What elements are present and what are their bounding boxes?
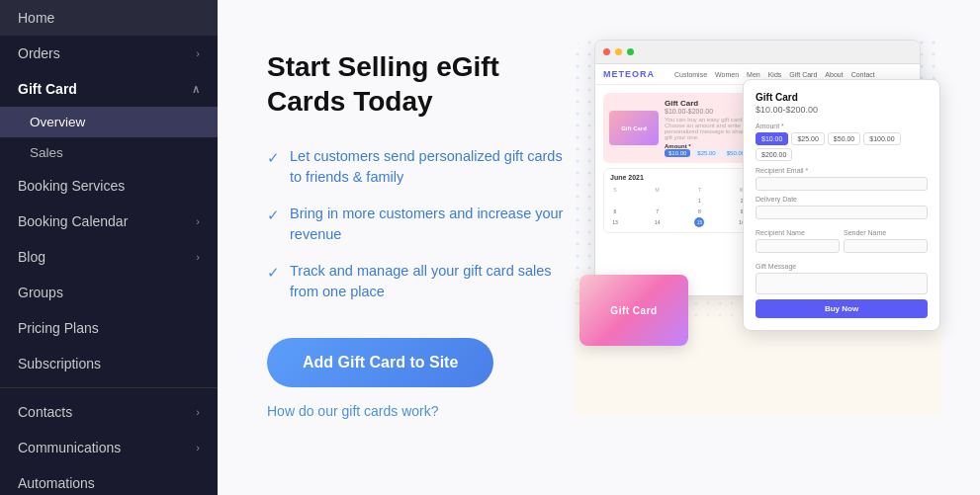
chevron-right-icon: ›: [196, 47, 200, 59]
form-panel-price: $10.00-$200.00: [756, 105, 928, 115]
gift-message-label: Gift Message: [756, 263, 928, 270]
add-gift-card-button[interactable]: Add Gift Card to Site: [267, 338, 493, 387]
sidebar-item-automations[interactable]: Automations: [0, 465, 218, 495]
sidebar-item-subscriptions[interactable]: Subscriptions: [0, 346, 218, 381]
sidebar-item-label: Contacts: [18, 404, 72, 420]
recipient-name-input: [756, 239, 840, 253]
gift-card-floating: Gift Card: [579, 275, 688, 346]
feature-list: ✓ Let customers send personalized gift c…: [267, 146, 565, 302]
content-left: Start Selling eGift Cards Today ✓ Let cu…: [267, 40, 565, 419]
sidebar-item-communications[interactable]: Communications ›: [0, 430, 218, 465]
sidebar-item-label: Blog: [18, 249, 45, 265]
main-content: Start Selling eGift Cards Today ✓ Let cu…: [218, 0, 980, 495]
feature-text-3: Track and manage all your gift card sale…: [290, 261, 565, 302]
sidebar: Home Orders › Gift Card ∧ Overview Sales…: [0, 0, 218, 495]
mock-form-panel: Gift Card $10.00-$200.00 Amount * $10.00…: [743, 79, 940, 331]
check-icon: ✓: [267, 205, 280, 226]
check-icon: ✓: [267, 262, 280, 284]
sidebar-item-pricing-plans[interactable]: Pricing Plans: [0, 310, 218, 346]
browser-dot-red: [603, 48, 610, 55]
sidebar-item-label: Orders: [18, 45, 60, 61]
sidebar-item-label: Sales: [30, 145, 63, 160]
sidebar-item-groups[interactable]: Groups: [0, 275, 218, 310]
gift-message-input: [756, 273, 928, 294]
form-panel-title: Gift Card: [756, 92, 928, 103]
mock-nav-links: Customise Women Men Kids Gift Card About…: [674, 71, 875, 78]
sidebar-item-sales[interactable]: Sales: [0, 137, 218, 168]
sidebar-item-label: Overview: [30, 115, 85, 129]
recipient-name-label: Recipient Name: [756, 229, 840, 236]
check-icon: ✓: [267, 147, 280, 169]
sidebar-item-label: Booking Calendar: [18, 213, 128, 229]
sidebar-item-blog[interactable]: Blog ›: [0, 239, 218, 275]
browser-bar: [595, 41, 920, 64]
sidebar-item-label: Home: [18, 10, 54, 26]
page-title: Start Selling eGift Cards Today: [267, 49, 565, 119]
form-amounts: $10.00 $25.00 $50.00 $100.00 $200.00: [756, 132, 928, 161]
sidebar-item-label: Booking Services: [18, 178, 125, 194]
browser-dot-green: [627, 48, 634, 55]
sidebar-item-label: Automations: [18, 475, 95, 491]
preview-container: METEORA Customise Women Men Kids Gift Ca…: [575, 40, 940, 415]
browser-dot-yellow: [615, 48, 622, 55]
preview-area: METEORA Customise Women Men Kids Gift Ca…: [575, 40, 940, 415]
chevron-right-icon: ›: [196, 215, 200, 227]
sidebar-item-booking-calendar[interactable]: Booking Calendar ›: [0, 204, 218, 239]
sidebar-item-label: Pricing Plans: [18, 320, 99, 336]
sidebar-item-label: Communications: [18, 440, 121, 455]
feature-text-2: Bring in more customers and increase you…: [290, 204, 565, 245]
recipient-email-label: Recipient Email *: [756, 167, 928, 174]
sender-name-label: Sender Name: [844, 229, 928, 236]
sidebar-item-label: Gift Card: [18, 81, 77, 97]
list-item: ✓ Track and manage all your gift card sa…: [267, 261, 565, 302]
amount-label: Amount *: [756, 123, 928, 129]
mock-card-image: Gift Card: [609, 111, 659, 145]
sidebar-divider: [0, 387, 218, 388]
sender-name-input: [844, 239, 928, 253]
recipient-email-input: [756, 177, 928, 191]
sidebar-item-orders[interactable]: Orders ›: [0, 36, 218, 71]
chevron-right-icon: ›: [196, 406, 200, 418]
chevron-up-icon: ∧: [192, 83, 200, 96]
how-link[interactable]: How do our gift cards work?: [267, 403, 565, 419]
form-row-names: Recipient Name Sender Name: [756, 229, 928, 258]
sidebar-item-label: Subscriptions: [18, 356, 101, 371]
sidebar-item-booking-services[interactable]: Booking Services: [0, 168, 218, 204]
sidebar-item-overview[interactable]: Overview: [0, 107, 218, 137]
list-item: ✓ Let customers send personalized gift c…: [267, 146, 565, 188]
chevron-right-icon: ›: [196, 442, 200, 454]
form-row: [756, 206, 928, 224]
chevron-right-icon: ›: [196, 251, 200, 263]
sidebar-item-contacts[interactable]: Contacts ›: [0, 394, 218, 430]
list-item: ✓ Bring in more customers and increase y…: [267, 204, 565, 245]
mock-logo: METEORA: [603, 69, 655, 79]
feature-text-1: Let customers send personalized gift car…: [290, 146, 565, 188]
delivery-date-label: Delivery Date: [756, 196, 928, 203]
sidebar-item-gift-card[interactable]: Gift Card ∧: [0, 71, 218, 107]
delivery-date-input: [756, 206, 928, 219]
gift-card-label: Gift Card: [610, 305, 657, 316]
buy-now-button[interactable]: Buy Now: [756, 299, 928, 318]
sidebar-item-label: Groups: [18, 285, 63, 300]
sidebar-item-home[interactable]: Home: [0, 0, 218, 36]
